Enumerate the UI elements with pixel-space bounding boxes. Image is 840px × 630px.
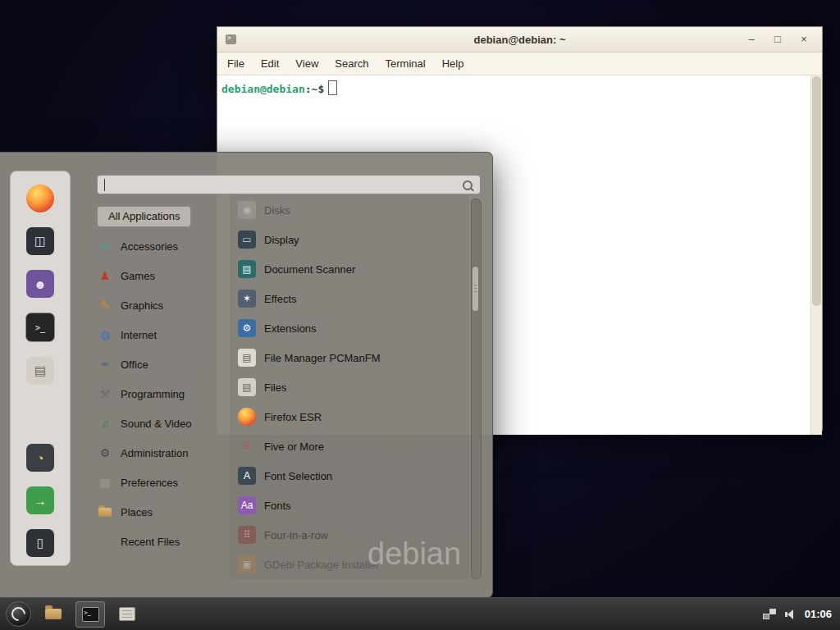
app-list-scrollbar[interactable] — [471, 199, 482, 579]
category-all-applications[interactable]: All Applications — [97, 202, 225, 231]
network-icon[interactable] — [763, 609, 776, 619]
taskbar: 01:06 — [0, 597, 840, 630]
app-label: GDebi Package Installer — [264, 559, 379, 571]
favorite-mascot-icon[interactable]: ☻ — [26, 270, 54, 298]
category-games[interactable]: ♟ Games — [97, 261, 225, 290]
clock[interactable]: 01:06 — [805, 608, 832, 620]
icon-glyph: A — [244, 470, 250, 482]
app-item-files[interactable]: ▤ Files — [230, 372, 469, 402]
app-label: Four-in-a-row — [264, 529, 328, 541]
maximize-button[interactable]: □ — [771, 28, 784, 51]
system-tray: 01:06 — [763, 608, 840, 620]
category-label: Administration — [121, 447, 188, 459]
category-recent-files[interactable]: Recent Files — [97, 527, 225, 556]
close-button[interactable]: × — [797, 28, 810, 51]
icon-glyph: ⠿ — [244, 529, 251, 541]
application-list: ◉ Disks ▭ Display ▤ Document Scanner ✶ E… — [230, 195, 469, 579]
accessories-icon: ✂ — [97, 240, 113, 253]
category-preferences[interactable]: ▦ Preferences — [97, 468, 225, 497]
favorite-terminal-icon[interactable]: >_ — [25, 313, 55, 342]
terminal-titlebar[interactable]: debian@debian: ~ – □ × — [217, 27, 822, 52]
search-box — [97, 175, 481, 194]
category-internet[interactable]: ◍ Internet — [97, 320, 225, 349]
category-places[interactable]: Places — [97, 497, 225, 527]
minimize-button[interactable]: – — [745, 28, 758, 51]
category-label: Preferences — [121, 477, 178, 489]
app-label: Files — [264, 381, 286, 394]
terminal-scrollbar-thumb[interactable] — [812, 76, 821, 306]
internet-icon: ◍ — [97, 328, 113, 341]
menu-item-view[interactable]: View — [295, 57, 318, 70]
app-item-document-scanner[interactable]: ▤ Document Scanner — [230, 254, 469, 284]
app-item-fonts[interactable]: Aa Fonts — [230, 491, 469, 520]
disks-icon: ◉ — [238, 201, 256, 219]
favorite-users-icon[interactable]: ◫ — [26, 227, 54, 255]
search-icon — [463, 180, 472, 190]
desktop: { "colors": { "menu_bg": "#88847e", "fav… — [0, 0, 840, 630]
app-item-five-or-more[interactable]: ⠿ Five or More — [230, 431, 469, 461]
terminal-icon: >_ — [35, 323, 45, 332]
terminal-menubar: File Edit View Search Terminal Help — [217, 52, 822, 75]
category-programming[interactable]: ⚒ Programming — [97, 379, 225, 409]
favorite-firefox-icon[interactable] — [26, 185, 54, 212]
app-label: Extensions — [264, 322, 317, 335]
users-icon: ◫ — [34, 234, 46, 249]
category-office[interactable]: ✒ Office — [97, 349, 225, 379]
files-icon — [119, 607, 135, 621]
app-item-four-in-a-row[interactable]: ⠿ Four-in-a-row — [230, 520, 469, 550]
preferences-icon: ▦ — [97, 476, 113, 489]
app-item-file-manager-pcmanfm[interactable]: ▤ File Manager PCManFM — [230, 343, 469, 372]
menu-item-help[interactable]: Help — [442, 57, 464, 70]
effects-icon: ✶ — [238, 290, 256, 308]
four-in-a-row-icon: ⠿ — [238, 526, 256, 544]
search-caret — [104, 179, 105, 191]
screensaver-settings-icon[interactable]: ◔ — [26, 444, 54, 472]
menu-item-terminal[interactable]: Terminal — [386, 57, 426, 70]
shutdown-button[interactable]: ▯ — [26, 529, 54, 557]
taskbar-files-launcher[interactable] — [113, 602, 141, 627]
category-label: Sound & Video — [121, 418, 192, 430]
terminal-window-icon — [226, 34, 236, 44]
terminal-title: debian@debian: ~ — [217, 34, 822, 46]
category-graphics[interactable]: ✎ Graphics — [97, 290, 225, 320]
app-list-scrollbar-thumb[interactable] — [472, 267, 478, 311]
app-item-extensions[interactable]: ⚙ Extensions — [230, 313, 469, 343]
logout-button[interactable]: → — [26, 486, 54, 514]
taskbar-terminal-launcher[interactable] — [75, 601, 105, 628]
category-label: Accessories — [121, 240, 178, 253]
app-label: Font Selection — [264, 470, 332, 482]
taskbar-file-manager-launcher[interactable] — [39, 602, 67, 627]
volume-icon[interactable] — [785, 609, 796, 619]
selected-category-pill[interactable]: All Applications — [97, 206, 191, 227]
app-item-firefox-esr[interactable]: Firefox ESR — [230, 402, 469, 431]
category-label: Internet — [121, 329, 157, 341]
files-icon: ▤ — [238, 378, 256, 396]
icon-glyph: ✶ — [243, 293, 251, 304]
clock-monitor-icon: ◔ — [36, 451, 43, 465]
app-item-disks[interactable]: ◉ Disks — [230, 195, 469, 225]
category-label: Office — [121, 358, 148, 371]
app-item-effects[interactable]: ✶ Effects — [230, 284, 469, 313]
search-input[interactable] — [104, 177, 460, 194]
app-label: File Manager PCManFM — [264, 352, 381, 364]
graphics-icon: ✎ — [97, 299, 113, 312]
category-administration[interactable]: ⚙ Administration — [97, 438, 225, 468]
extensions-icon: ⚙ — [238, 319, 256, 337]
document-scanner-icon: ▤ — [238, 260, 256, 278]
category-sound-video[interactable]: ♫ Sound & Video — [97, 409, 225, 438]
menu-button[interactable] — [6, 601, 31, 627]
file-manager-icon: ▤ — [34, 363, 46, 378]
application-menu: ◫ ☻ >_ ▤ ◔ → ▯ All Applications ✂ — [0, 152, 493, 598]
menu-item-search[interactable]: Search — [335, 57, 368, 70]
app-item-display[interactable]: ▭ Display — [230, 225, 469, 254]
app-item-gdebi-package-installer[interactable]: ▣ GDebi Package Installer — [230, 550, 469, 579]
shutdown-icon: ▯ — [37, 536, 43, 550]
menu-item-file[interactable]: File — [227, 57, 244, 70]
app-item-font-selection[interactable]: A Font Selection — [230, 461, 469, 491]
sound-video-icon: ♫ — [97, 417, 113, 430]
terminal-scrollbar[interactable] — [810, 75, 822, 435]
icon-glyph: ◉ — [243, 204, 251, 216]
favorite-file-manager-icon[interactable]: ▤ — [26, 357, 54, 385]
category-accessories[interactable]: ✂ Accessories — [97, 231, 225, 261]
menu-item-edit[interactable]: Edit — [261, 57, 279, 70]
